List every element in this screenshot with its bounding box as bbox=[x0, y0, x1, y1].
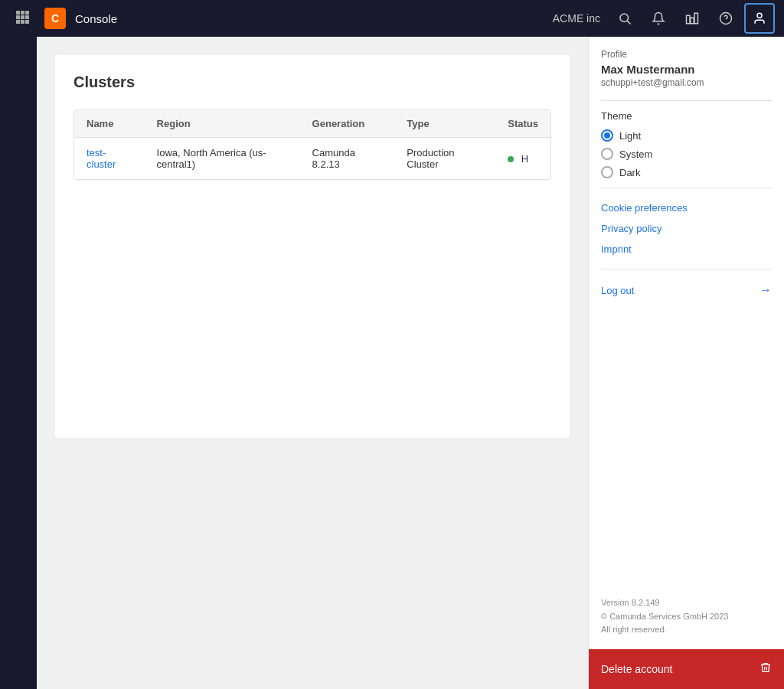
version-text: Version 8.2.149 bbox=[601, 596, 772, 610]
panel-footer: Version 8.2.149 © Camunda Services GmbH … bbox=[589, 587, 784, 649]
svg-rect-2 bbox=[25, 11, 29, 15]
divider-3 bbox=[601, 269, 772, 269]
theme-dark-radio[interactable] bbox=[601, 166, 613, 178]
svg-rect-3 bbox=[16, 15, 20, 19]
svg-rect-11 bbox=[687, 15, 691, 24]
col-type: Type bbox=[394, 110, 495, 138]
grid-icon[interactable] bbox=[9, 4, 35, 34]
navbar-right: ACME inc bbox=[553, 3, 775, 34]
col-status: Status bbox=[495, 110, 550, 138]
org-name: ACME inc bbox=[553, 12, 600, 24]
profile-button[interactable] bbox=[744, 3, 775, 34]
copyright-text: © Camunda Services GmbH 2023 bbox=[601, 610, 772, 624]
table-body: test-cluster Iowa, North America (us-cen… bbox=[74, 138, 550, 180]
svg-rect-0 bbox=[16, 11, 20, 15]
status-label: H bbox=[521, 153, 528, 165]
notifications-button[interactable] bbox=[643, 3, 674, 34]
col-region: Region bbox=[145, 110, 300, 138]
theme-label: Theme bbox=[601, 110, 772, 122]
page-title: Clusters bbox=[74, 73, 551, 91]
svg-rect-4 bbox=[21, 15, 24, 19]
imprint-link[interactable]: Imprint bbox=[601, 239, 772, 260]
trash-icon bbox=[760, 661, 772, 677]
table-row: test-cluster Iowa, North America (us-cen… bbox=[74, 138, 550, 180]
panel-body: Profile Max Mustermann schuppi+test@gmai… bbox=[589, 37, 784, 587]
logout-link[interactable]: Log out bbox=[601, 285, 634, 296]
svg-point-16 bbox=[757, 13, 762, 18]
org-button[interactable] bbox=[677, 3, 707, 34]
logout-row: Log out → bbox=[601, 279, 772, 302]
theme-system-option[interactable]: System bbox=[601, 148, 772, 160]
divider-1 bbox=[601, 100, 772, 101]
svg-rect-7 bbox=[21, 20, 24, 24]
cell-type: Production Cluster bbox=[394, 138, 495, 180]
profile-name: Max Mustermann bbox=[601, 63, 772, 76]
profile-panel: Profile Max Mustermann schuppi+test@gmai… bbox=[588, 37, 784, 689]
cell-region: Iowa, North America (us-central1) bbox=[145, 138, 300, 180]
rights-text: All right reserved. bbox=[601, 623, 772, 637]
content-inner: Clusters Name Region Generation Type Sta… bbox=[55, 55, 570, 438]
theme-dark-label: Dark bbox=[619, 167, 640, 178]
theme-light-radio[interactable] bbox=[601, 129, 613, 142]
profile-email: schuppi+test@gmail.com bbox=[601, 77, 772, 88]
svg-rect-1 bbox=[21, 11, 24, 15]
col-name: Name bbox=[74, 110, 145, 138]
cluster-link[interactable]: test-cluster bbox=[87, 147, 116, 170]
status-dot-icon bbox=[508, 156, 514, 162]
theme-dark-option[interactable]: Dark bbox=[601, 166, 772, 178]
logout-arrow-icon: → bbox=[760, 283, 772, 297]
svg-rect-12 bbox=[694, 13, 698, 24]
help-button[interactable] bbox=[710, 3, 741, 34]
cookie-preferences-link[interactable]: Cookie preferences bbox=[601, 198, 772, 218]
sidebar bbox=[0, 37, 37, 689]
delete-account-button[interactable]: Delete account bbox=[589, 649, 784, 689]
content-area: Clusters Name Region Generation Type Sta… bbox=[37, 37, 588, 689]
app-logo: C bbox=[44, 8, 66, 29]
cell-name: test-cluster bbox=[74, 138, 145, 180]
theme-system-radio[interactable] bbox=[601, 148, 613, 160]
cell-status: H bbox=[495, 138, 550, 180]
app-title: Console bbox=[75, 12, 117, 25]
theme-light-option[interactable]: Light bbox=[601, 129, 772, 142]
svg-rect-6 bbox=[16, 20, 20, 24]
svg-rect-8 bbox=[25, 20, 29, 24]
profile-section-label: Profile bbox=[601, 49, 772, 60]
main-layout: Clusters Name Region Generation Type Sta… bbox=[0, 37, 784, 689]
svg-rect-5 bbox=[25, 15, 29, 19]
clusters-table: Name Region Generation Type Status test-… bbox=[74, 110, 550, 179]
col-generation: Generation bbox=[300, 110, 395, 138]
profile-section: Profile Max Mustermann schuppi+test@gmai… bbox=[601, 49, 772, 88]
divider-2 bbox=[601, 188, 772, 188]
svg-line-10 bbox=[627, 21, 630, 24]
svg-rect-13 bbox=[691, 18, 694, 24]
svg-point-9 bbox=[620, 14, 629, 22]
table-header: Name Region Generation Type Status bbox=[74, 110, 550, 138]
theme-light-label: Light bbox=[619, 130, 641, 142]
navbar: C Console ACME inc bbox=[0, 0, 784, 37]
navbar-left: C Console bbox=[9, 4, 553, 34]
clusters-table-container: Name Region Generation Type Status test-… bbox=[74, 109, 551, 180]
delete-account-label: Delete account bbox=[601, 663, 672, 675]
search-button[interactable] bbox=[609, 3, 640, 34]
cell-generation: Camunda 8.2.13 bbox=[300, 138, 395, 180]
theme-system-label: System bbox=[619, 149, 652, 160]
privacy-policy-link[interactable]: Privacy policy bbox=[601, 218, 772, 239]
